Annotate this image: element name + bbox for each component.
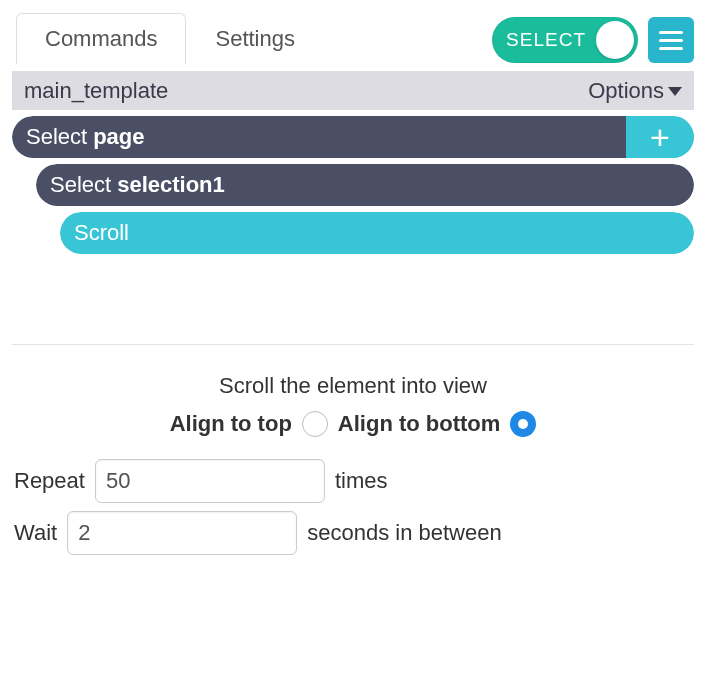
repeat-row: Repeat times (12, 459, 694, 503)
menu-button[interactable] (648, 17, 694, 63)
top-right-controls: SELECT (492, 17, 694, 63)
select-mode-toggle[interactable]: SELECT (492, 17, 638, 63)
tab-settings[interactable]: Settings (186, 13, 324, 64)
command-prefix: Select (26, 124, 87, 150)
wait-row: Wait seconds in between (12, 511, 694, 555)
plus-icon: + (650, 118, 670, 157)
command-select-page[interactable]: Select page + (12, 116, 694, 158)
repeat-input[interactable] (95, 459, 325, 503)
template-options[interactable]: Options (588, 78, 682, 104)
hamburger-icon (659, 39, 683, 42)
wait-label: Wait (14, 520, 57, 546)
options-label: Options (588, 78, 664, 104)
tab-commands[interactable]: Commands (16, 13, 186, 64)
align-top-radio[interactable] (302, 411, 328, 437)
command-scroll[interactable]: Scroll (60, 212, 694, 254)
scroll-config: Scroll the element into view Align to to… (12, 373, 694, 555)
tabs: Commands Settings (16, 12, 324, 63)
command-target: selection1 (117, 172, 225, 198)
hamburger-icon (659, 31, 683, 34)
section-divider (12, 344, 694, 345)
top-bar: Commands Settings SELECT (12, 12, 694, 71)
wait-input[interactable] (67, 511, 297, 555)
command-target: page (93, 124, 144, 150)
align-bottom-radio[interactable] (510, 411, 536, 437)
select-mode-label: SELECT (506, 29, 586, 51)
add-command-button[interactable]: + (626, 116, 694, 158)
repeat-suffix: times (335, 468, 388, 494)
hamburger-icon (659, 47, 683, 50)
command-label: Scroll (60, 212, 694, 254)
command-prefix: Select (50, 172, 111, 198)
config-heading: Scroll the element into view (12, 373, 694, 399)
caret-down-icon (668, 87, 682, 96)
align-bottom-label: Align to bottom (338, 411, 501, 437)
command-label: Select selection1 (36, 164, 694, 206)
template-name: main_template (24, 78, 168, 104)
align-options: Align to top Align to bottom (12, 411, 694, 437)
command-text: Scroll (74, 220, 129, 246)
repeat-label: Repeat (14, 468, 85, 494)
commands-panel: main_template Options Select page + Sele… (12, 71, 694, 254)
command-label: Select page (12, 116, 626, 158)
template-header: main_template Options (12, 72, 694, 110)
align-top-label: Align to top (170, 411, 292, 437)
command-select-selection1[interactable]: Select selection1 (36, 164, 694, 206)
wait-suffix: seconds in between (307, 520, 501, 546)
toggle-knob (596, 21, 634, 59)
